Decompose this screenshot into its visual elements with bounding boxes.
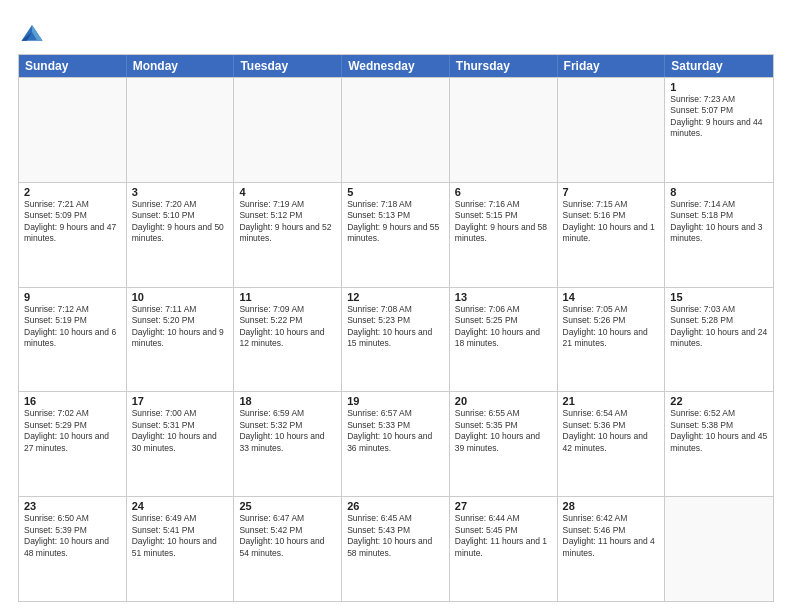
day-number: 23 xyxy=(24,500,121,512)
day-number: 24 xyxy=(132,500,229,512)
header-day-tuesday: Tuesday xyxy=(234,55,342,77)
day-info: Sunrise: 7:20 AM Sunset: 5:10 PM Dayligh… xyxy=(132,199,229,245)
calendar-cell: 8Sunrise: 7:14 AM Sunset: 5:18 PM Daylig… xyxy=(665,183,773,287)
calendar-cell: 22Sunrise: 6:52 AM Sunset: 5:38 PM Dayli… xyxy=(665,392,773,496)
day-number: 17 xyxy=(132,395,229,407)
day-info: Sunrise: 7:23 AM Sunset: 5:07 PM Dayligh… xyxy=(670,94,768,140)
day-info: Sunrise: 7:12 AM Sunset: 5:19 PM Dayligh… xyxy=(24,304,121,350)
calendar-cell: 5Sunrise: 7:18 AM Sunset: 5:13 PM Daylig… xyxy=(342,183,450,287)
day-number: 14 xyxy=(563,291,660,303)
day-number: 22 xyxy=(670,395,768,407)
calendar: SundayMondayTuesdayWednesdayThursdayFrid… xyxy=(18,54,774,602)
day-info: Sunrise: 6:45 AM Sunset: 5:43 PM Dayligh… xyxy=(347,513,444,559)
calendar-cell: 25Sunrise: 6:47 AM Sunset: 5:42 PM Dayli… xyxy=(234,497,342,601)
logo xyxy=(18,18,50,46)
day-number: 16 xyxy=(24,395,121,407)
day-number: 9 xyxy=(24,291,121,303)
day-number: 20 xyxy=(455,395,552,407)
day-number: 2 xyxy=(24,186,121,198)
calendar-cell xyxy=(665,497,773,601)
calendar-cell xyxy=(558,78,666,182)
calendar-header: SundayMondayTuesdayWednesdayThursdayFrid… xyxy=(19,55,773,77)
calendar-cell: 14Sunrise: 7:05 AM Sunset: 5:26 PM Dayli… xyxy=(558,288,666,392)
day-info: Sunrise: 7:09 AM Sunset: 5:22 PM Dayligh… xyxy=(239,304,336,350)
header-day-monday: Monday xyxy=(127,55,235,77)
day-info: Sunrise: 7:00 AM Sunset: 5:31 PM Dayligh… xyxy=(132,408,229,454)
calendar-cell: 19Sunrise: 6:57 AM Sunset: 5:33 PM Dayli… xyxy=(342,392,450,496)
day-number: 26 xyxy=(347,500,444,512)
calendar-cell xyxy=(127,78,235,182)
day-number: 25 xyxy=(239,500,336,512)
day-info: Sunrise: 7:05 AM Sunset: 5:26 PM Dayligh… xyxy=(563,304,660,350)
day-info: Sunrise: 6:52 AM Sunset: 5:38 PM Dayligh… xyxy=(670,408,768,454)
calendar-cell: 7Sunrise: 7:15 AM Sunset: 5:16 PM Daylig… xyxy=(558,183,666,287)
day-info: Sunrise: 6:54 AM Sunset: 5:36 PM Dayligh… xyxy=(563,408,660,454)
day-info: Sunrise: 6:47 AM Sunset: 5:42 PM Dayligh… xyxy=(239,513,336,559)
day-number: 3 xyxy=(132,186,229,198)
calendar-cell: 13Sunrise: 7:06 AM Sunset: 5:25 PM Dayli… xyxy=(450,288,558,392)
day-info: Sunrise: 7:21 AM Sunset: 5:09 PM Dayligh… xyxy=(24,199,121,245)
day-info: Sunrise: 6:57 AM Sunset: 5:33 PM Dayligh… xyxy=(347,408,444,454)
day-number: 13 xyxy=(455,291,552,303)
header-day-wednesday: Wednesday xyxy=(342,55,450,77)
calendar-cell: 12Sunrise: 7:08 AM Sunset: 5:23 PM Dayli… xyxy=(342,288,450,392)
day-info: Sunrise: 7:11 AM Sunset: 5:20 PM Dayligh… xyxy=(132,304,229,350)
day-info: Sunrise: 7:14 AM Sunset: 5:18 PM Dayligh… xyxy=(670,199,768,245)
calendar-cell: 6Sunrise: 7:16 AM Sunset: 5:15 PM Daylig… xyxy=(450,183,558,287)
day-info: Sunrise: 6:42 AM Sunset: 5:46 PM Dayligh… xyxy=(563,513,660,559)
day-number: 10 xyxy=(132,291,229,303)
calendar-cell: 10Sunrise: 7:11 AM Sunset: 5:20 PM Dayli… xyxy=(127,288,235,392)
day-number: 18 xyxy=(239,395,336,407)
day-number: 1 xyxy=(670,81,768,93)
day-info: Sunrise: 6:44 AM Sunset: 5:45 PM Dayligh… xyxy=(455,513,552,559)
day-number: 11 xyxy=(239,291,336,303)
calendar-cell xyxy=(342,78,450,182)
calendar-cell: 24Sunrise: 6:49 AM Sunset: 5:41 PM Dayli… xyxy=(127,497,235,601)
calendar-cell: 3Sunrise: 7:20 AM Sunset: 5:10 PM Daylig… xyxy=(127,183,235,287)
calendar-cell xyxy=(19,78,127,182)
calendar-row-0: 1Sunrise: 7:23 AM Sunset: 5:07 PM Daylig… xyxy=(19,77,773,182)
logo-icon xyxy=(18,18,46,46)
day-info: Sunrise: 6:49 AM Sunset: 5:41 PM Dayligh… xyxy=(132,513,229,559)
calendar-cell: 9Sunrise: 7:12 AM Sunset: 5:19 PM Daylig… xyxy=(19,288,127,392)
calendar-cell xyxy=(450,78,558,182)
day-info: Sunrise: 6:55 AM Sunset: 5:35 PM Dayligh… xyxy=(455,408,552,454)
header-day-saturday: Saturday xyxy=(665,55,773,77)
day-number: 6 xyxy=(455,186,552,198)
calendar-cell: 26Sunrise: 6:45 AM Sunset: 5:43 PM Dayli… xyxy=(342,497,450,601)
day-number: 8 xyxy=(670,186,768,198)
header-day-sunday: Sunday xyxy=(19,55,127,77)
day-number: 5 xyxy=(347,186,444,198)
day-info: Sunrise: 7:18 AM Sunset: 5:13 PM Dayligh… xyxy=(347,199,444,245)
calendar-cell: 21Sunrise: 6:54 AM Sunset: 5:36 PM Dayli… xyxy=(558,392,666,496)
calendar-cell: 17Sunrise: 7:00 AM Sunset: 5:31 PM Dayli… xyxy=(127,392,235,496)
day-info: Sunrise: 7:19 AM Sunset: 5:12 PM Dayligh… xyxy=(239,199,336,245)
calendar-row-4: 23Sunrise: 6:50 AM Sunset: 5:39 PM Dayli… xyxy=(19,496,773,601)
day-info: Sunrise: 7:16 AM Sunset: 5:15 PM Dayligh… xyxy=(455,199,552,245)
day-info: Sunrise: 6:59 AM Sunset: 5:32 PM Dayligh… xyxy=(239,408,336,454)
calendar-cell: 23Sunrise: 6:50 AM Sunset: 5:39 PM Dayli… xyxy=(19,497,127,601)
day-number: 21 xyxy=(563,395,660,407)
calendar-cell: 11Sunrise: 7:09 AM Sunset: 5:22 PM Dayli… xyxy=(234,288,342,392)
calendar-row-2: 9Sunrise: 7:12 AM Sunset: 5:19 PM Daylig… xyxy=(19,287,773,392)
calendar-cell: 2Sunrise: 7:21 AM Sunset: 5:09 PM Daylig… xyxy=(19,183,127,287)
day-number: 4 xyxy=(239,186,336,198)
day-info: Sunrise: 7:02 AM Sunset: 5:29 PM Dayligh… xyxy=(24,408,121,454)
calendar-cell xyxy=(234,78,342,182)
day-number: 28 xyxy=(563,500,660,512)
day-info: Sunrise: 7:03 AM Sunset: 5:28 PM Dayligh… xyxy=(670,304,768,350)
calendar-cell: 15Sunrise: 7:03 AM Sunset: 5:28 PM Dayli… xyxy=(665,288,773,392)
day-info: Sunrise: 6:50 AM Sunset: 5:39 PM Dayligh… xyxy=(24,513,121,559)
header-day-thursday: Thursday xyxy=(450,55,558,77)
calendar-row-1: 2Sunrise: 7:21 AM Sunset: 5:09 PM Daylig… xyxy=(19,182,773,287)
day-number: 7 xyxy=(563,186,660,198)
day-number: 12 xyxy=(347,291,444,303)
calendar-row-3: 16Sunrise: 7:02 AM Sunset: 5:29 PM Dayli… xyxy=(19,391,773,496)
calendar-cell: 1Sunrise: 7:23 AM Sunset: 5:07 PM Daylig… xyxy=(665,78,773,182)
day-number: 15 xyxy=(670,291,768,303)
day-info: Sunrise: 7:08 AM Sunset: 5:23 PM Dayligh… xyxy=(347,304,444,350)
header-day-friday: Friday xyxy=(558,55,666,77)
calendar-cell: 16Sunrise: 7:02 AM Sunset: 5:29 PM Dayli… xyxy=(19,392,127,496)
calendar-cell: 18Sunrise: 6:59 AM Sunset: 5:32 PM Dayli… xyxy=(234,392,342,496)
calendar-cell: 4Sunrise: 7:19 AM Sunset: 5:12 PM Daylig… xyxy=(234,183,342,287)
